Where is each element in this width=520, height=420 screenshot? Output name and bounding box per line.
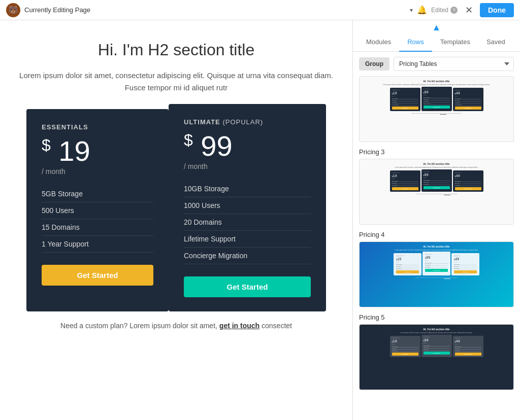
logo-emoji: 🐻 [8,5,18,15]
template-item-pricing5[interactable]: Pricing 5 Hi. I'm H2 section title Lorem… [359,313,514,390]
template-label: Pricing 4 [359,231,514,238]
template-thumbnail-5[interactable]: Hi. I'm H2 section title Lorem ipsum dol… [359,324,514,390]
template-item-pricing4[interactable]: Pricing 4 Hi. I'm H2 section title Lorem… [359,231,514,307]
pricing-card-title-ultimate: ULTIMATE (Popular) [184,118,311,126]
pricing-feature: 15 Domains [42,219,153,236]
panel-tabs: Modules Rows Templates Saved [353,33,520,52]
template-label: Pricing 3 [359,148,514,156]
template-item-pricing-first[interactable]: Hi. I'm H2 section title Lorem ipsum dol… [359,76,514,142]
panel-filters: Group Pricing Tables Hero Sections Featu… [353,52,520,76]
filter-group-button[interactable]: Group [359,57,389,71]
page-body: Lorem ipsum dolor sit amet, consectetur … [10,69,342,94]
app-logo: 🐻 [6,3,20,17]
tab-modules[interactable]: Modules [358,33,399,52]
pricing-feature: Concierge Migration [184,248,311,264]
footer-suffix: consectet [262,322,292,330]
category-dropdown[interactable]: Pricing Tables Hero Sections Feature Lis… [394,57,514,71]
get-in-touch-link[interactable]: get in touch [219,322,259,330]
page-heading: Hi. I'm H2 section title [10,41,342,59]
tab-rows[interactable]: Rows [399,33,432,52]
page-footer: Need a custom plan? Lorem ipsum dolor si… [10,322,342,330]
main-area: Hi. I'm H2 section title Lorem ipsum dol… [0,20,520,420]
pricing-feature: 500 Users [42,202,153,219]
pricing-card-ultimate: ULTIMATE (Popular) $ 99 / month 10GB Sto… [169,104,326,311]
pricing-features-ultimate: 10GB Storage 1000 Users 20 Domains Lifet… [184,181,311,264]
pricing-card-essentials: ESSENTIALS $ 19 / month 5GB Storage 500 … [26,109,169,311]
pricing-period-ultimate: / month [184,162,311,170]
pricing-feature: 10GB Storage [184,181,311,197]
footer-text: Need a custom plan? Lorem ipsum dolor si… [60,322,219,330]
tab-saved[interactable]: Saved [478,33,513,52]
pricing-features: 5GB Storage 500 Users 15 Domains 1 Year … [42,186,153,253]
template-item-pricing3[interactable]: Pricing 3 Hi. I'm H2 section title Lorem… [359,148,514,225]
get-started-button-essentials[interactable]: Get Started [42,265,153,286]
pricing-price-ultimate: $ 99 [184,132,311,160]
pricing-period: / month [42,167,153,176]
panel-arrow-indicator: ▲ [353,20,520,33]
edited-status: Edited ? [431,7,458,14]
bell-icon[interactable]: 🔔 [417,5,427,15]
done-button[interactable]: Done [480,3,514,17]
template-list: Hi. I'm H2 section title Lorem ipsum dol… [353,76,520,420]
get-started-button-ultimate[interactable]: Get Started [184,276,311,297]
pricing-price: $ 19 [42,137,153,165]
help-icon[interactable]: ? [450,7,458,14]
pricing-feature: Lifetime Support [184,231,311,248]
tab-templates[interactable]: Templates [432,33,478,52]
template-thumbnail-4[interactable]: Hi. I'm H2 section title Lorem ipsum dol… [359,241,514,307]
template-thumbnail-3[interactable]: Hi. I'm H2 section title Lorem ipsum dol… [359,159,514,225]
pricing-row: ESSENTIALS $ 19 / month 5GB Storage 500 … [10,109,342,311]
pricing-feature: 5GB Storage [42,186,153,202]
chevron-down-icon[interactable]: ▾ [410,7,413,14]
top-bar: 🐻 Currently Editing Page ▾ 🔔 Edited ? ✕ … [0,0,520,20]
pricing-feature: 1 Year Support [42,236,153,253]
pricing-feature: 1000 Users [184,197,311,214]
pricing-card-title: ESSENTIALS [42,123,153,131]
page-title: Currently Editing Page [24,6,406,14]
template-thumbnail[interactable]: Hi. I'm H2 section title Lorem ipsum dol… [359,76,514,142]
close-button[interactable]: ✕ [462,3,476,17]
right-panel: ▲ Modules Rows Templates Saved Group Pri… [352,20,520,420]
template-label: Pricing 5 [359,313,514,321]
pricing-feature: 20 Domains [184,214,311,231]
page-content: Hi. I'm H2 section title Lorem ipsum dol… [0,20,352,420]
